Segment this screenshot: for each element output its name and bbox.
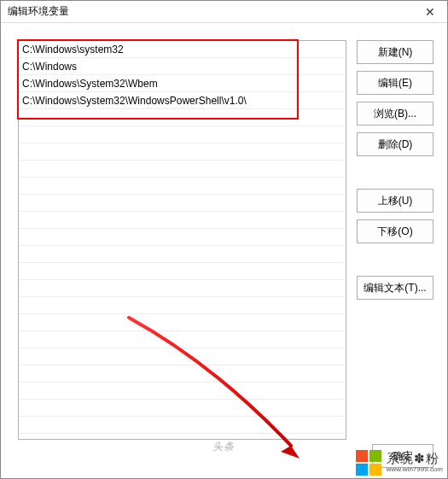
list-item-empty[interactable] <box>19 109 346 126</box>
ok-button[interactable]: 确定 <box>372 444 433 468</box>
list-item-empty[interactable] <box>19 383 346 400</box>
bottom-buttons: 确定 <box>372 444 433 468</box>
move-up-button[interactable]: 上移(U) <box>357 189 433 213</box>
content-row: C:\Windows\system32 C:\Windows C:\Window… <box>18 40 433 468</box>
button-column: 新建(N) 编辑(E) 浏览(B)... 删除(D) 上移(U) 下移(O) 编… <box>357 40 433 468</box>
dialog-body: C:\Windows\system32 C:\Windows C:\Window… <box>1 23 447 478</box>
list-item-empty[interactable] <box>19 400 346 417</box>
browse-button[interactable]: 浏览(B)... <box>357 102 433 126</box>
list-item-empty[interactable] <box>19 331 346 348</box>
list-item-empty[interactable] <box>19 161 346 178</box>
titlebar: 编辑环境变量 ✕ <box>1 1 447 23</box>
edit-text-button[interactable]: 编辑文本(T)... <box>357 276 433 300</box>
list-item-empty[interactable] <box>19 348 346 365</box>
list-item[interactable]: C:\Windows\System32\WindowsPowerShell\v1… <box>19 92 346 109</box>
edit-button[interactable]: 编辑(E) <box>357 71 433 95</box>
list-area: C:\Windows\system32 C:\Windows C:\Window… <box>18 40 346 468</box>
move-down-button[interactable]: 下移(O) <box>357 219 433 243</box>
list-item-empty[interactable] <box>19 195 346 212</box>
delete-button[interactable]: 删除(D) <box>357 132 433 156</box>
list-item-empty[interactable] <box>19 212 346 229</box>
list-item-empty[interactable] <box>19 365 346 383</box>
dialog-window: 编辑环境变量 ✕ C:\Windows\system32 C:\Windows … <box>0 0 448 479</box>
list-item[interactable]: C:\Windows\System32\Wbem <box>19 75 346 92</box>
list-item-empty[interactable] <box>19 246 346 263</box>
list-item-empty[interactable] <box>19 143 346 161</box>
list-item-empty[interactable] <box>19 297 346 314</box>
list-item-empty[interactable] <box>19 314 346 331</box>
close-button[interactable]: ✕ <box>413 1 447 23</box>
list-item[interactable]: C:\Windows\system32 <box>19 41 346 58</box>
close-icon: ✕ <box>425 5 435 19</box>
path-list[interactable]: C:\Windows\system32 C:\Windows C:\Window… <box>18 40 346 440</box>
dialog-title: 编辑环境变量 <box>8 4 69 19</box>
list-item[interactable]: C:\Windows <box>19 58 346 75</box>
list-item-empty[interactable] <box>19 126 346 143</box>
list-item-empty[interactable] <box>19 178 346 195</box>
new-button[interactable]: 新建(N) <box>357 40 433 64</box>
list-item-empty[interactable] <box>19 280 346 297</box>
list-item-empty[interactable] <box>19 263 346 280</box>
list-item-empty[interactable] <box>19 229 346 246</box>
list-item-empty[interactable] <box>19 417 346 434</box>
